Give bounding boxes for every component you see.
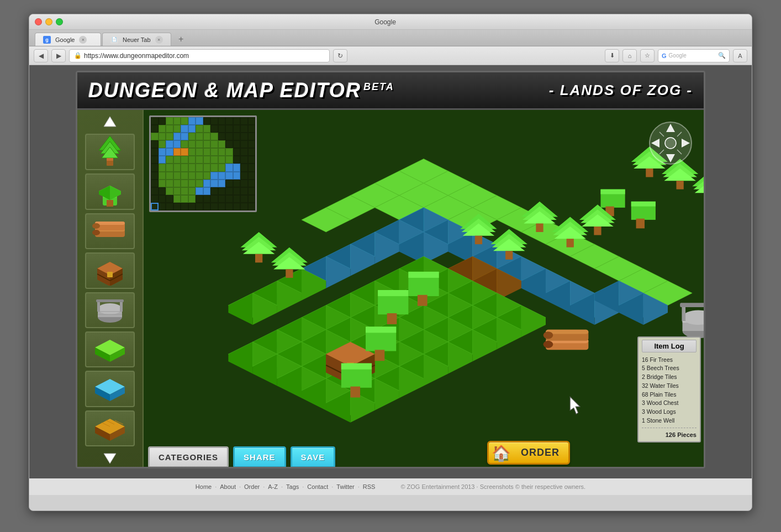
extensions-button[interactable]: A	[733, 49, 747, 62]
tab-neuer-label: Neuer Tab	[123, 36, 151, 43]
item-log-total: 126 Pieces	[642, 430, 696, 440]
item-log-list: 16 Fir Trees 5 Beech Trees 2 Bridge Tile…	[642, 356, 696, 440]
footer-sep4: ·	[281, 483, 283, 490]
share-button[interactable]: SHARE	[233, 446, 286, 468]
tab-google[interactable]: g Google ×	[35, 33, 101, 46]
item-log-chest: 3 Wood Chest	[642, 399, 696, 408]
tool-fir-tree[interactable]	[85, 134, 135, 170]
svg-rect-250	[646, 168, 653, 177]
address-bar[interactable]: 🔒 https://www.dungeonmapeditor.com	[69, 49, 330, 62]
url-text: https://www.dungeonmapeditor.com	[84, 52, 325, 60]
svg-rect-268	[255, 254, 262, 262]
tool-wood-logs[interactable]	[85, 213, 135, 249]
svg-rect-33	[96, 299, 124, 302]
editor-title: DUNGEON & MAP EDITORBETA	[88, 79, 394, 102]
tool-sidebar	[77, 110, 144, 468]
svg-rect-321	[375, 350, 385, 361]
tab-close-google[interactable]: ×	[79, 36, 87, 44]
order-icon: 🏠	[492, 444, 511, 462]
svg-point-285	[543, 341, 553, 348]
mini-map[interactable]	[149, 115, 257, 212]
minimize-button[interactable]	[45, 18, 52, 25]
home-button[interactable]: ⌂	[622, 49, 637, 62]
item-log-bridge: 2 Bridge Tiles	[642, 373, 696, 382]
google-favicon: g	[43, 36, 51, 44]
footer-order-link[interactable]: Order	[244, 483, 260, 490]
svg-rect-24	[107, 272, 113, 277]
minimap-grid	[151, 117, 255, 210]
item-log-divider	[642, 428, 696, 428]
lock-icon: 🔒	[74, 52, 82, 59]
browser-window: Google g Google × 📄 Neuer Tab × + ◀ ▶ 🔒 …	[29, 14, 752, 511]
footer-twitter-link[interactable]: Twitter	[336, 483, 354, 490]
svg-rect-318	[387, 313, 397, 324]
footer-sep7: ·	[358, 483, 360, 490]
svg-rect-300	[505, 251, 513, 259]
tool-wood-chest[interactable]	[85, 252, 135, 288]
new-tab-button[interactable]: +	[175, 33, 188, 46]
footer-tags-link[interactable]: Tags	[286, 483, 299, 490]
back-button[interactable]: ◀	[34, 49, 48, 62]
footer-sep5: ·	[302, 483, 304, 490]
traffic-lights	[35, 18, 63, 25]
refresh-button[interactable]: ↻	[333, 49, 347, 62]
nav-compass[interactable]	[648, 121, 693, 165]
svg-point-284	[543, 331, 553, 339]
editor-body: Item Log 16 Fir Trees 5 Beech Trees 2 Br…	[77, 110, 704, 468]
footer-contact-link[interactable]: Contact	[307, 483, 328, 490]
footer-az-link[interactable]: A-Z	[268, 483, 278, 490]
svg-rect-315	[418, 295, 428, 306]
search-placeholder: Google	[669, 52, 716, 59]
categories-button[interactable]: CATEGORIES	[148, 446, 229, 468]
scroll-up-button[interactable]	[99, 114, 121, 130]
svg-point-16	[92, 223, 100, 229]
save-button[interactable]: SAVE	[291, 446, 336, 468]
svg-rect-15	[95, 222, 125, 225]
tool-wood-tile[interactable]	[85, 410, 135, 446]
tab-close-neuer[interactable]: ×	[155, 36, 163, 44]
footer-home-link[interactable]: Home	[196, 483, 212, 490]
search-bar[interactable]: G Google 🔍	[658, 49, 730, 62]
tool-stone-well[interactable]	[85, 292, 135, 328]
scroll-down-button[interactable]	[99, 450, 121, 466]
tool-beech-tree[interactable]	[85, 173, 135, 210]
editor-subtitle: - LANDS OF ZOG -	[549, 82, 693, 99]
bookmark-button[interactable]: ☆	[640, 49, 655, 62]
item-log-beech: 5 Beech Trees	[642, 364, 696, 373]
footer-about-link[interactable]: About	[220, 483, 236, 490]
svg-rect-323	[341, 364, 372, 370]
forward-button[interactable]: ▶	[51, 49, 66, 62]
svg-rect-317	[378, 290, 408, 296]
item-log-header: Item Log	[642, 340, 696, 352]
svg-rect-314	[408, 272, 439, 278]
close-button[interactable]	[35, 18, 42, 25]
footer-rss-link[interactable]: RSS	[363, 483, 376, 490]
footer-sep6: ·	[331, 483, 333, 490]
tab-google-label: Google	[55, 36, 75, 43]
tool-water-tile[interactable]	[85, 371, 135, 407]
game-canvas[interactable]: Item Log 16 Fir Trees 5 Beech Trees 2 Br…	[144, 110, 704, 468]
svg-rect-290	[682, 305, 685, 322]
svg-point-28	[98, 303, 122, 314]
download-button[interactable]: ⬇	[605, 49, 619, 62]
svg-rect-260	[600, 189, 625, 194]
maximize-button[interactable]	[56, 18, 63, 25]
browser-titlebar: Google	[29, 14, 752, 30]
footer-sep1: ·	[215, 483, 217, 490]
item-log-logs: 3 Wood Logs	[642, 408, 696, 417]
order-button[interactable]: 🏠 ORDER	[487, 441, 570, 465]
footer-copyright: © ZOG Entertainment 2013 · Screenshots ©…	[400, 483, 585, 490]
item-log-well: 1 Stone Well	[642, 417, 696, 425]
svg-rect-272	[286, 269, 293, 277]
footer-bar: Home · About · Order · A-Z · Tags · Cont…	[29, 478, 752, 495]
tool-plain-tile[interactable]	[85, 331, 135, 367]
item-log-water: 32 Water Tiles	[642, 382, 696, 391]
order-button-area[interactable]: 🏠 ORDER	[553, 443, 636, 467]
tab-neuer[interactable]: 📄 Neuer Tab ×	[102, 33, 171, 46]
svg-rect-254	[677, 181, 684, 189]
footer-sep2: ·	[239, 483, 241, 490]
app-content: DUNGEON & MAP EDITORBETA - LANDS OF ZOG …	[29, 65, 752, 495]
svg-rect-296	[475, 236, 482, 244]
svg-point-331	[665, 138, 676, 149]
svg-marker-46	[104, 454, 116, 463]
